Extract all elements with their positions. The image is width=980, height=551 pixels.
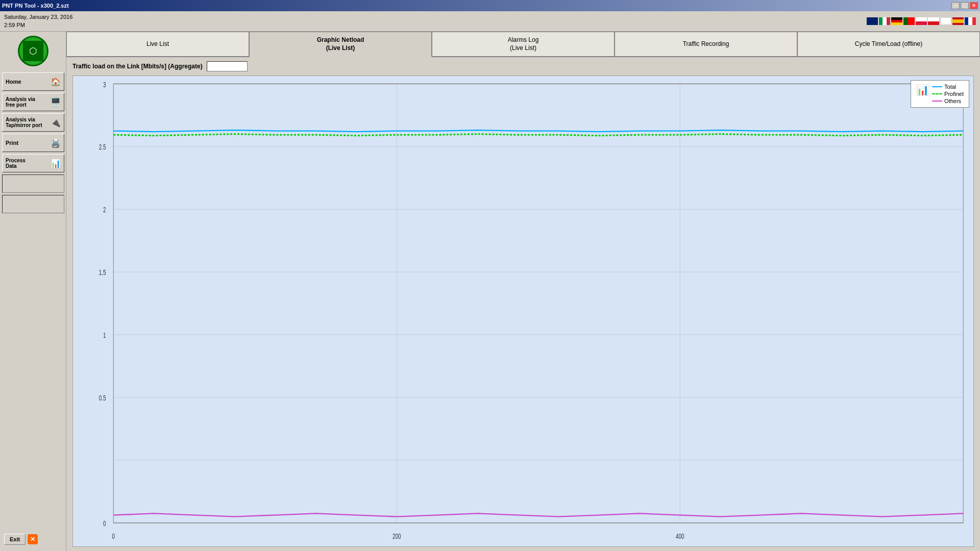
app-logo: ⬡: [2, 36, 64, 66]
close-button[interactable]: ✕: [970, 2, 978, 9]
tab-graphic-netload[interactable]: Graphic Netload(Live List): [249, 32, 432, 57]
tab-alarms-log[interactable]: Alarms Log(Live List): [432, 32, 615, 56]
flag-it[interactable]: [879, 17, 890, 25]
flag-uk[interactable]: [867, 17, 878, 25]
logo-circle: ⬡: [18, 36, 48, 66]
svg-text:400: 400: [676, 531, 684, 540]
svg-text:0.5: 0.5: [99, 393, 106, 403]
chart-title: Traffic load on the Link [Mbits/s] (Aggr…: [72, 63, 203, 70]
tab-traffic-recording[interactable]: Traffic Recording: [615, 32, 797, 56]
svg-text:2.5: 2.5: [99, 142, 106, 152]
chart-container: 📊 Total Profinet Others: [72, 76, 974, 547]
empty-slot-2: [2, 195, 64, 213]
tab-bar: Live List Graphic Netload(Live List) Ala…: [66, 32, 980, 57]
title-text: PNT PN Tool - x300_2.szt: [2, 3, 69, 9]
process-data-label: Process Data: [6, 158, 26, 169]
process-data-button[interactable]: Process Data 📊: [2, 154, 64, 172]
legend-total: Total: [932, 84, 964, 90]
svg-rect-0: [113, 84, 963, 523]
process-data-icon: 📊: [51, 159, 61, 168]
print-label: Print: [6, 140, 18, 146]
main-layout: ⬡ Home 🏠 Analysis via free port 🖥️ Analy…: [0, 32, 980, 551]
legend-others-line: [932, 101, 942, 102]
maximize-button[interactable]: □: [961, 2, 969, 9]
print-icon: 🖨️: [51, 138, 61, 148]
chart-area: Traffic load on the Link [Mbits/s] (Aggr…: [66, 57, 980, 551]
chart-header: Traffic load on the Link [Mbits/s] (Aggr…: [72, 61, 974, 71]
svg-text:3: 3: [103, 80, 106, 89]
sidebar: ⬡ Home 🏠 Analysis via free port 🖥️ Analy…: [0, 32, 66, 551]
legend-profinet-line: [932, 93, 942, 94]
datetime-display: Saturday, January 23, 2016 2:59 PM: [4, 13, 72, 29]
svg-text:1: 1: [103, 331, 106, 340]
legend-total-line: [932, 86, 942, 87]
flag-kr[interactable]: [940, 17, 951, 25]
home-button[interactable]: Home 🏠: [2, 72, 64, 91]
flag-de[interactable]: [891, 17, 902, 25]
logo-inner: ⬡: [23, 41, 43, 61]
print-button[interactable]: Print 🖨️: [2, 134, 64, 152]
minimize-button[interactable]: −: [951, 2, 960, 9]
content-area: Live List Graphic Netload(Live List) Ala…: [66, 32, 980, 551]
chart-svg: 3 2.5 2 1.5 1 0.5 0 0 200 400 s: [73, 76, 973, 546]
analysis-free-icon: 🖥️: [51, 97, 61, 107]
legend-entries: Total Profinet Others: [932, 84, 964, 104]
flag-fr[interactable]: [965, 17, 976, 25]
home-label: Home: [6, 79, 21, 85]
exit-button[interactable]: Exit: [4, 534, 26, 545]
flag-cz[interactable]: [928, 17, 939, 25]
svg-text:1.5: 1.5: [99, 268, 106, 277]
home-icon: 🏠: [51, 77, 61, 87]
chart-value-input: [207, 61, 248, 71]
svg-text:0: 0: [112, 531, 115, 540]
topbar: Saturday, January 23, 2016 2:59 PM: [0, 11, 980, 32]
exit-container: Exit ✕: [2, 532, 64, 547]
legend-profinet-label: Profinet: [944, 91, 964, 97]
legend-others: Others: [932, 98, 964, 104]
titlebar: PNT PN Tool - x300_2.szt − □ ✕: [0, 0, 980, 11]
analysis-tap-button[interactable]: Analysis via Tap/mirror port 🔌: [2, 113, 64, 132]
svg-text:2: 2: [103, 205, 106, 214]
legend-total-label: Total: [944, 84, 956, 90]
exit-x-button[interactable]: ✕: [28, 534, 38, 544]
legend-icon: 📊: [916, 84, 929, 96]
analysis-free-port-button[interactable]: Analysis via free port 🖥️: [2, 93, 64, 111]
language-flags: [867, 17, 976, 25]
svg-text:0: 0: [103, 519, 106, 528]
analysis-tap-label: Analysis via Tap/mirror port: [6, 117, 42, 128]
analysis-free-label: Analysis via free port: [6, 96, 35, 108]
analysis-tap-icon: 🔌: [51, 118, 61, 128]
legend-others-label: Others: [944, 98, 961, 104]
tab-live-list[interactable]: Live List: [66, 32, 249, 56]
legend-box: 📊 Total Profinet Others: [911, 80, 969, 108]
empty-slot-1: [2, 174, 64, 193]
flag-pl[interactable]: [916, 17, 927, 25]
flag-es[interactable]: [952, 17, 964, 25]
tab-cycle-time[interactable]: Cycle Time/Load (offline): [797, 32, 980, 56]
flag-pt[interactable]: [903, 17, 915, 25]
legend-profinet: Profinet: [932, 91, 964, 97]
svg-text:200: 200: [393, 531, 401, 540]
titlebar-buttons: − □ ✕: [951, 2, 978, 9]
